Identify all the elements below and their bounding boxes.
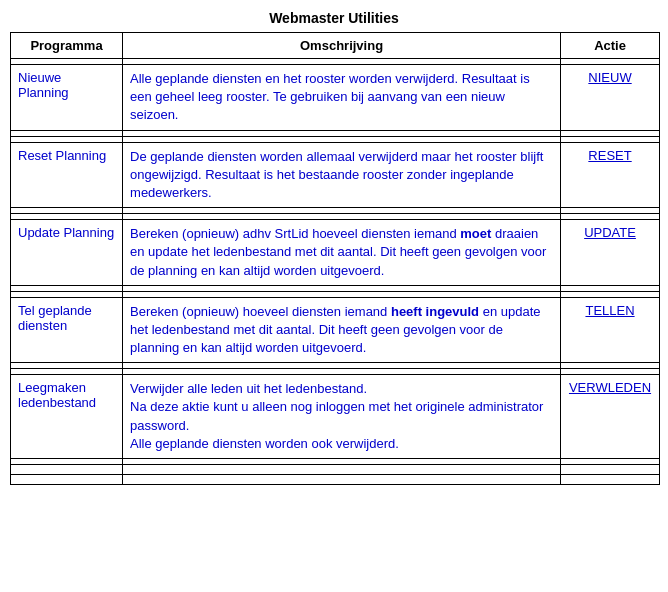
col-header-action: Actie bbox=[561, 33, 660, 59]
description-cell-nieuwe-planning: Alle geplande diensten en het rooster wo… bbox=[123, 65, 561, 131]
col-header-description: Omschrijving bbox=[123, 33, 561, 59]
action-link-tel-geplande-diensten[interactable]: TELLEN bbox=[585, 303, 634, 318]
program-label: Reset Planning bbox=[18, 148, 106, 163]
action-cell-leegmaken-ledenbestand: VERWLEDEN bbox=[561, 375, 660, 459]
table-row: Tel geplande dienstenBereken (opnieuw) h… bbox=[11, 297, 660, 363]
program-label: Tel geplande diensten bbox=[18, 303, 92, 333]
description-cell-update-planning: Bereken (opnieuw) adhv SrtLid hoeveel di… bbox=[123, 220, 561, 286]
action-cell-tel-geplande-diensten: TELLEN bbox=[561, 297, 660, 363]
program-label: Update Planning bbox=[18, 225, 114, 240]
table-row: Nieuwe PlanningAlle geplande diensten en… bbox=[11, 65, 660, 131]
col-header-program: Programma bbox=[11, 33, 123, 59]
program-cell-nieuwe-planning: Nieuwe Planning bbox=[11, 65, 123, 131]
program-cell-reset-planning: Reset Planning bbox=[11, 142, 123, 208]
utilities-table: Programma Omschrijving Actie Nieuwe Plan… bbox=[10, 32, 660, 485]
table-row: Reset PlanningDe geplande diensten worde… bbox=[11, 142, 660, 208]
description-text: Bereken (opnieuw) adhv SrtLid hoeveel di… bbox=[130, 226, 546, 277]
page-title: Webmaster Utilities bbox=[10, 10, 658, 26]
description-cell-tel-geplande-diensten: Bereken (opnieuw) hoeveel diensten ieman… bbox=[123, 297, 561, 363]
empty-row bbox=[11, 465, 660, 475]
program-cell-tel-geplande-diensten: Tel geplande diensten bbox=[11, 297, 123, 363]
table-row: Update PlanningBereken (opnieuw) adhv Sr… bbox=[11, 220, 660, 286]
empty-row bbox=[11, 475, 660, 485]
description-text: Bereken (opnieuw) hoeveel diensten ieman… bbox=[130, 304, 540, 355]
program-cell-leegmaken-ledenbestand: Leegmaken ledenbestand bbox=[11, 375, 123, 459]
action-cell-nieuwe-planning: NIEUW bbox=[561, 65, 660, 131]
description-cell-leegmaken-ledenbestand: Verwijder alle leden uit het ledenbestan… bbox=[123, 375, 561, 459]
action-cell-reset-planning: RESET bbox=[561, 142, 660, 208]
table-row: Leegmaken ledenbestandVerwijder alle led… bbox=[11, 375, 660, 459]
description-text: De geplande diensten worden allemaal ver… bbox=[130, 149, 543, 200]
program-label: Leegmaken ledenbestand bbox=[18, 380, 96, 410]
program-label: Nieuwe Planning bbox=[18, 70, 69, 100]
action-link-nieuwe-planning[interactable]: NIEUW bbox=[588, 70, 631, 85]
action-link-reset-planning[interactable]: RESET bbox=[588, 148, 631, 163]
action-link-leegmaken-ledenbestand[interactable]: VERWLEDEN bbox=[569, 380, 651, 395]
action-link-update-planning[interactable]: UPDATE bbox=[584, 225, 636, 240]
description-text: Verwijder alle leden uit het ledenbestan… bbox=[130, 381, 543, 451]
description-cell-reset-planning: De geplande diensten worden allemaal ver… bbox=[123, 142, 561, 208]
description-text: Alle geplande diensten en het rooster wo… bbox=[130, 71, 530, 122]
action-cell-update-planning: UPDATE bbox=[561, 220, 660, 286]
program-cell-update-planning: Update Planning bbox=[11, 220, 123, 286]
